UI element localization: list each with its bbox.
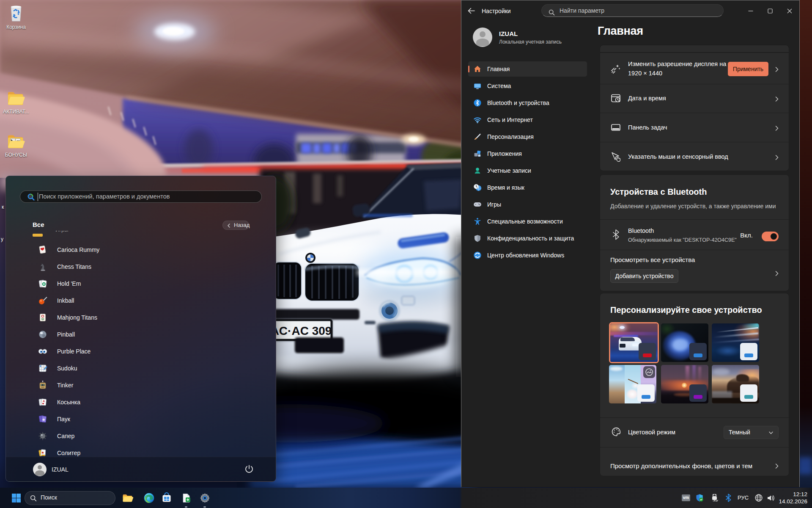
svg-text:A: A xyxy=(43,400,45,403)
svg-text:AC·AC 309: AC·AC 309 xyxy=(271,324,332,337)
